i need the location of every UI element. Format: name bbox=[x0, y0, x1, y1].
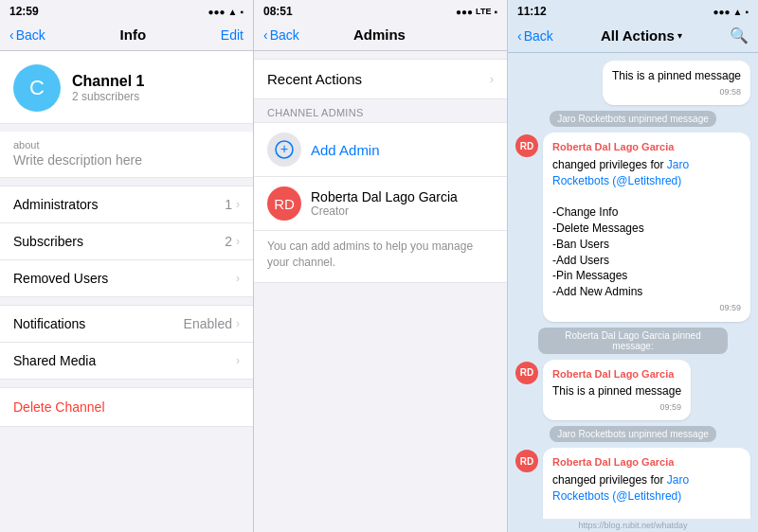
panel-info: 12:59 ●●● ▲ ▪ ‹ Back Info Edit C Channel… bbox=[0, 0, 254, 532]
msg-row-privileges-1: RD Roberta Dal Lago Garcia changed privi… bbox=[515, 133, 750, 321]
msg-time-privileges-1: 09:59 bbox=[552, 302, 741, 314]
msg-bubble-privileges-2: Roberta Dal Lago Garcia changed privileg… bbox=[543, 448, 750, 519]
delete-channel-section[interactable]: Delete Channel bbox=[0, 387, 253, 427]
search-icon-actions[interactable]: 🔍 bbox=[730, 27, 749, 44]
system-msg-pinned: Roberta Dal Lago Garcia pinned message: bbox=[538, 328, 728, 354]
removed-users-value-wrap: › bbox=[236, 272, 240, 285]
nav-bar-info: ‹ Back Info Edit bbox=[0, 21, 253, 51]
pinned-message: This is a pinned message 09:58 bbox=[603, 61, 750, 105]
signal-icon-admins: ●●● bbox=[456, 7, 473, 17]
chevron-left-icon-actions: ‹ bbox=[517, 28, 522, 44]
about-label: about bbox=[13, 139, 240, 151]
status-bar-actions: 11:12 ●●● ▲ ▪ bbox=[508, 0, 758, 21]
add-admin-label: Add Admin bbox=[311, 142, 380, 158]
notifications-value-wrap: Enabled › bbox=[184, 316, 240, 331]
msg-text-privileges-1: changed privileges for Jaro Rocketbots (… bbox=[552, 157, 741, 300]
notifications-value: Enabled bbox=[184, 316, 232, 331]
msg-sender-roberta-2: Roberta Dal Lago Garcia bbox=[552, 367, 681, 381]
administrators-count: 1 bbox=[225, 197, 232, 212]
msg-avatar-roberta-3: RD bbox=[515, 450, 538, 472]
status-icons-info: ●●● ▲ ▪ bbox=[208, 7, 244, 17]
shared-media-value-wrap: › bbox=[236, 354, 240, 367]
subscribers-value-wrap: 2 › bbox=[225, 234, 240, 249]
chevron-left-icon-admins: ‹ bbox=[263, 27, 268, 43]
admin-avatar-roberta: RD bbox=[267, 186, 301, 221]
back-button-info[interactable]: ‹ Back bbox=[9, 27, 45, 43]
status-bar-admins: 08:51 ●●● LTE ▪ bbox=[254, 0, 507, 21]
msg-sender-roberta-3: Roberta Dal Lago Garcia bbox=[552, 455, 741, 470]
chevron-right-icon-removed: › bbox=[236, 272, 240, 285]
channel-options-list: Notifications Enabled › Shared Media › bbox=[0, 305, 253, 380]
admin-row-roberta[interactable]: RD Roberta Dal Lago Garcia Creator bbox=[254, 177, 507, 231]
removed-users-item[interactable]: Removed Users › bbox=[0, 260, 253, 296]
nav-bar-admins: ‹ Back Admins bbox=[254, 21, 507, 51]
subscribers-count: 2 bbox=[225, 234, 232, 249]
chevron-right-icon-notifications: › bbox=[236, 317, 240, 330]
recent-actions-item[interactable]: Recent Actions › bbox=[254, 59, 507, 99]
administrators-item[interactable]: Administrators 1 › bbox=[0, 186, 253, 223]
notifications-item[interactable]: Notifications Enabled › bbox=[0, 306, 253, 343]
channel-admins-section-header: CHANNEL ADMINS bbox=[254, 99, 507, 122]
subscribers-label: Subscribers bbox=[13, 234, 83, 249]
battery-icon-info: ▪ bbox=[240, 7, 244, 17]
channel-profile-info: Channel 1 2 subscribers bbox=[72, 73, 144, 103]
channel-name: Channel 1 bbox=[72, 73, 144, 90]
chevron-right-icon-shared-media: › bbox=[236, 354, 240, 367]
status-icons-actions: ●●● ▲ ▪ bbox=[713, 7, 749, 17]
nav-title-actions: All Actions bbox=[601, 27, 675, 44]
notifications-label: Notifications bbox=[13, 316, 85, 331]
msg-text-pinned-2: This is a pinned message bbox=[552, 383, 681, 399]
status-time-actions: 11:12 bbox=[517, 5, 547, 18]
signal-icon-info: ●●● bbox=[208, 7, 225, 17]
channel-about: about Write description here bbox=[0, 132, 253, 178]
status-time-info: 12:59 bbox=[9, 5, 39, 18]
chevron-right-icon-subscribers: › bbox=[236, 235, 240, 248]
administrators-label: Administrators bbox=[13, 197, 98, 212]
subscribers-item[interactable]: Subscribers 2 › bbox=[0, 223, 253, 260]
admin-name-roberta: Roberta Dal Lago Garcia bbox=[311, 189, 458, 204]
shared-media-item[interactable]: Shared Media › bbox=[0, 343, 253, 379]
msg-bubble-privileges-1: Roberta Dal Lago Garcia changed privileg… bbox=[543, 133, 750, 321]
about-text: Write description here bbox=[13, 152, 240, 168]
delete-channel-button[interactable]: Delete Channel bbox=[13, 399, 105, 415]
panel-actions: 11:12 ●●● ▲ ▪ ‹ Back All Actions ▾ 🔍 Thi… bbox=[508, 0, 758, 532]
channel-profile: C Channel 1 2 subscribers bbox=[0, 51, 253, 124]
battery-icon-admins: ▪ bbox=[494, 7, 497, 17]
administrators-value-wrap: 1 › bbox=[225, 197, 240, 212]
pinned-msg-text: This is a pinned message bbox=[612, 68, 741, 84]
edit-button-info[interactable]: Edit bbox=[221, 27, 244, 43]
recent-actions-label: Recent Actions bbox=[267, 71, 362, 87]
add-admin-icon: + bbox=[267, 133, 301, 167]
chevron-right-icon-recent-actions: › bbox=[490, 73, 494, 86]
chevron-right-icon-administrators: › bbox=[236, 198, 240, 211]
msg-avatar-roberta-2: RD bbox=[515, 362, 538, 384]
back-button-admins[interactable]: ‹ Back bbox=[263, 27, 299, 43]
watermark: https://blog.rubit.net/whatday bbox=[508, 519, 758, 532]
nav-bar-actions: ‹ Back All Actions ▾ 🔍 bbox=[508, 21, 758, 53]
nav-title-admins: Admins bbox=[353, 27, 406, 43]
wifi-icon-actions: ▲ bbox=[733, 7, 743, 17]
add-admin-item[interactable]: + Add Admin bbox=[254, 122, 507, 177]
system-msg-unpinned-1: Jaro Rocketbots unpinned message bbox=[550, 111, 716, 127]
signal-icon-actions: ●●● bbox=[713, 7, 730, 17]
admin-role-roberta: Creator bbox=[311, 204, 458, 218]
channel-avatar: C bbox=[13, 64, 61, 112]
msg-row-pinned-2: RD Roberta Dal Lago Garcia This is a pin… bbox=[515, 360, 750, 421]
status-bar-info: 12:59 ●●● ▲ ▪ bbox=[0, 0, 253, 21]
actions-messages-list: This is a pinned message 09:58 Jaro Rock… bbox=[508, 53, 758, 519]
status-icons-admins: ●●● LTE ▪ bbox=[456, 7, 497, 17]
svg-text:+: + bbox=[280, 141, 288, 156]
pinned-msg-bubble: This is a pinned message 09:58 bbox=[603, 61, 750, 105]
channel-settings-list: Administrators 1 › Subscribers 2 › Remov… bbox=[0, 186, 253, 297]
msg-sender-roberta-1: Roberta Dal Lago Garcia bbox=[552, 140, 741, 154]
admin-info-roberta: Roberta Dal Lago Garcia Creator bbox=[311, 189, 458, 218]
channel-subscribers-count: 2 subscribers bbox=[72, 90, 144, 103]
nav-title-info: Info bbox=[120, 27, 147, 43]
removed-users-label: Removed Users bbox=[13, 271, 108, 286]
nav-title-actions-wrap: All Actions ▾ bbox=[601, 27, 682, 44]
admins-content: Recent Actions › CHANNEL ADMINS + Add Ad… bbox=[254, 51, 507, 532]
back-button-actions[interactable]: ‹ Back bbox=[517, 28, 553, 44]
panel-admins: 08:51 ●●● LTE ▪ ‹ Back Admins Recent Act… bbox=[254, 0, 508, 532]
shared-media-label: Shared Media bbox=[13, 353, 96, 368]
system-msg-unpinned-2: Jaro Rocketbots unpinned message bbox=[550, 426, 716, 442]
